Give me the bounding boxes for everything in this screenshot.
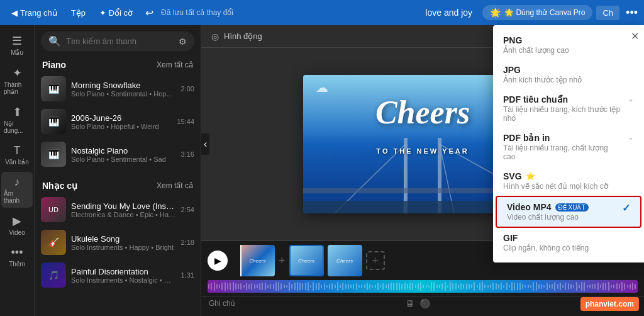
cloud-icon: ☁: [316, 80, 328, 95]
wave-bar: [441, 283, 443, 290]
dropdown-item-svg[interactable]: SVG ⭐ Hình vẽ sắc nét đủ mọi kích cỡ: [493, 166, 644, 196]
template-icon: ☰: [12, 34, 22, 48]
slide-text-sub: TO THE NEW YEAR: [376, 147, 469, 155]
chevron-right-icon: ⌄: [628, 94, 634, 103]
wave-bar: [600, 285, 601, 288]
wave-bar: [490, 285, 491, 288]
sidebar-item-them[interactable]: ••• Thêm: [1, 242, 33, 271]
sidebar-item-am-thanh[interactable]: ♪ Âm thanh: [1, 172, 33, 208]
topbar: ◀ Trang chủ Tệp ✦ Đổi cờ ↩ Đã lưu tất cả…: [0, 0, 644, 25]
music-icon: ♪: [14, 176, 20, 189]
music-item-ukulele[interactable]: 🎸 Ukulele Song Solo Instruments • Happy …: [35, 226, 201, 259]
music-item-morning-snowflake[interactable]: 🎹 Morning Snowflake Solo Piano • Sentime…: [35, 72, 201, 105]
bullet-icon-button[interactable]: ⚫: [419, 298, 430, 308]
wave-bar: [608, 282, 609, 291]
sidebar-item-noi-dung[interactable]: ⬆ Nội dung...: [1, 101, 33, 138]
wave-bar: [511, 282, 513, 291]
home-icon: ◀: [11, 8, 18, 18]
wave-bar: [616, 283, 618, 289]
wave-bar: [463, 284, 464, 290]
star-icon: 🌟: [490, 8, 501, 18]
dropdown-item-png-title: PNG: [503, 35, 634, 45]
share-button[interactable]: Ch: [596, 6, 619, 20]
sidebar-item-mau[interactable]: ☰ Mẫu: [1, 30, 33, 60]
timeline-thumb-2[interactable]: Cheers: [289, 245, 324, 276]
music-duration-nostalgic: 3:16: [181, 150, 194, 158]
search-input[interactable]: [66, 37, 174, 46]
sidebar-item-van-ban[interactable]: T Văn bản: [1, 140, 33, 169]
wave-bar: [498, 284, 499, 289]
filter-icon[interactable]: ⚙: [179, 37, 187, 47]
sidebar-label-video: Video: [9, 229, 25, 236]
dropdown-item-png-desc: Ảnh chất lượng cao: [503, 46, 634, 55]
monitor-icon-button[interactable]: 🖥: [406, 298, 414, 308]
audio-track[interactable]: // Generate wave bars inline document.ad…: [208, 280, 638, 293]
music-item-painful[interactable]: 🎵 Painful Disorientation Solo Instrument…: [35, 259, 201, 291]
search-bar[interactable]: 🔍 ⚙: [41, 31, 194, 51]
music-info-nostalgic: Nostalgic Piano Solo Piano • Sentimental…: [71, 146, 176, 163]
text-icon: T: [14, 144, 21, 157]
play-button[interactable]: ▶: [208, 251, 228, 271]
music-duration-morning-snowflake: 2:00: [181, 85, 194, 93]
more-button[interactable]: •••: [626, 6, 638, 20]
dropdown-item-png-text: PNG Ảnh chất lượng cao: [503, 35, 634, 55]
saved-status: Đã lưu tất cả thay đổi: [161, 8, 421, 17]
dropdown-item-svg-text: SVG ⭐ Hình vẽ sắc nét đủ mọi kích cỡ: [503, 171, 634, 191]
home-button[interactable]: ◀ Trang chủ: [6, 6, 62, 20]
dropdown-item-pdf-in-text: PDF bản in Tài liệu nhiều trang, chất lư…: [503, 133, 621, 161]
dropdown-item-png[interactable]: PNG Ảnh chất lượng cao: [493, 30, 644, 60]
wave-bar: [547, 283, 548, 290]
music-item-nostalgic[interactable]: 🎹 Nostalgic Piano Solo Piano • Sentiment…: [35, 138, 201, 171]
music-item-2006[interactable]: 🎹 2006-June-26 Solo Piano • Hopeful • We…: [35, 105, 201, 138]
dropdown-item-gif-title: GIF: [503, 233, 634, 243]
wave-bar: [466, 283, 467, 290]
note-label: Ghi chú: [209, 299, 235, 308]
dropdown-item-gif[interactable]: GIF Clip ngắn, không có tiếng: [493, 228, 644, 257]
nhac-cu-view-all[interactable]: Xem tất cả: [157, 181, 193, 190]
dropdown-item-gif-desc: Clip ngắn, không có tiếng: [503, 244, 634, 252]
dropdown-item-mp4[interactable]: Video MP4 ĐỀ XUẤT Video chất lượng cao ✓: [496, 196, 641, 228]
wave-bar: [597, 283, 599, 290]
wave-bar: [455, 283, 457, 290]
sidebar-item-thanh-phan[interactable]: ✦ Thành phần: [1, 62, 33, 99]
add-between-icon[interactable]: +: [279, 254, 286, 268]
wave-bar: [538, 284, 540, 288]
left-sidebar: ☰ Mẫu ✦ Thành phần ⬆ Nội dung... T Văn b…: [0, 25, 35, 316]
undo-button[interactable]: ↩: [142, 4, 157, 21]
dropdown-item-pdf-tc-title: PDF tiêu chuẩn: [503, 94, 621, 104]
wave-bar: [431, 282, 432, 290]
wave-bar: [530, 285, 531, 288]
timeline-thumb-3[interactable]: Cheers: [328, 245, 362, 276]
wave-bar: [602, 283, 604, 290]
dropdown-item-mp4-desc: Video chất lượng cao: [507, 213, 616, 222]
components-icon: ✦: [13, 66, 22, 80]
sidebar-label-am-thanh: Âm thanh: [4, 190, 30, 204]
sidebar-item-video[interactable]: ▶ Video: [1, 210, 33, 240]
timeline-thumb-1[interactable]: Cheers: [240, 245, 275, 276]
watermark: phanviet.com: [580, 297, 639, 311]
canva-pro-label: 🌟 Dùng thử Canva Pro: [504, 8, 585, 17]
wave-bar: [447, 285, 448, 288]
dropdown-item-pdf-in[interactable]: PDF bản in Tài liệu nhiều trang, chất lư…: [493, 128, 644, 166]
music-item-sending[interactable]: UD Sending You My Love (Instrument... El…: [35, 193, 201, 226]
export-dropdown-panel: ✕ PNG Ảnh chất lượng cao JPG Ảnh kích th…: [493, 25, 644, 262]
wave-bar: [528, 285, 529, 288]
wave-bar: [627, 285, 628, 288]
wave-bar: [426, 285, 427, 288]
canvas-scroll-left-button[interactable]: ‹: [201, 133, 209, 155]
file-button[interactable]: Tệp: [66, 6, 91, 20]
wave-bar: [562, 285, 564, 287]
dropdown-item-pdf-tc[interactable]: PDF tiêu chuẩn Tài liệu nhiều trang, kíc…: [493, 89, 644, 128]
music-duration-sending: 2:54: [181, 206, 194, 213]
music-thumb-morning-snowflake: 🎹: [41, 76, 66, 101]
timeline-bottom: Ghi chú 🖥 ⚫ 0:02 / 0:10: [201, 296, 644, 311]
piano-view-all[interactable]: Xem tất cả: [157, 60, 193, 69]
wave-bar: [484, 285, 486, 288]
canva-pro-button[interactable]: 🌟 🌟 Dùng thử Canva Pro: [482, 5, 592, 20]
cowork-button[interactable]: ✦ Đổi cờ: [94, 6, 138, 20]
add-slide-button[interactable]: +: [366, 251, 385, 270]
canvas-toolbar-label: Hình động: [224, 31, 262, 41]
wave-bar: [536, 282, 537, 291]
wave-bar: [474, 282, 475, 291]
dropdown-item-jpg[interactable]: JPG Ảnh kích thước tệp nhỏ: [493, 60, 644, 89]
